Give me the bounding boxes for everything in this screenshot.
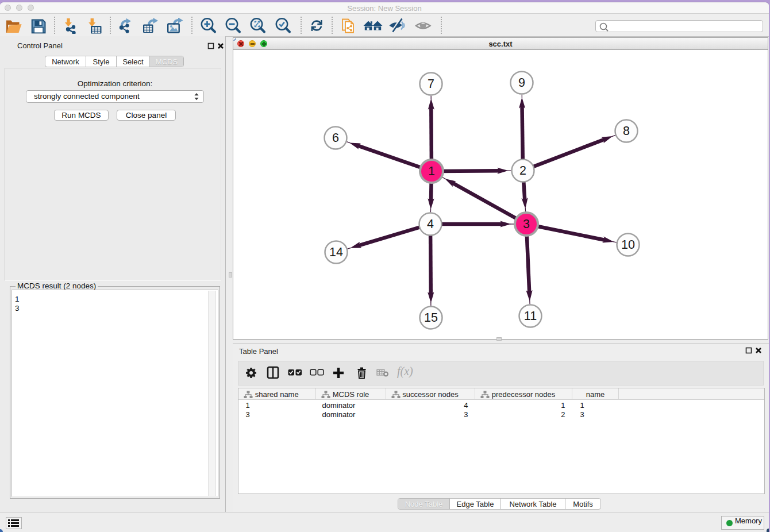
svg-text:11: 11	[524, 309, 537, 323]
svg-text:10: 10	[621, 238, 635, 252]
svg-text:2: 2	[519, 164, 526, 178]
svg-text:14: 14	[329, 245, 343, 259]
svg-text:9: 9	[518, 76, 525, 90]
svg-text:8: 8	[623, 124, 630, 138]
svg-text:3: 3	[523, 217, 530, 231]
svg-text:4: 4	[427, 217, 434, 231]
svg-text:15: 15	[424, 311, 438, 325]
svg-text:1: 1	[428, 164, 435, 178]
svg-text:6: 6	[332, 131, 339, 145]
svg-text:7: 7	[428, 77, 434, 91]
